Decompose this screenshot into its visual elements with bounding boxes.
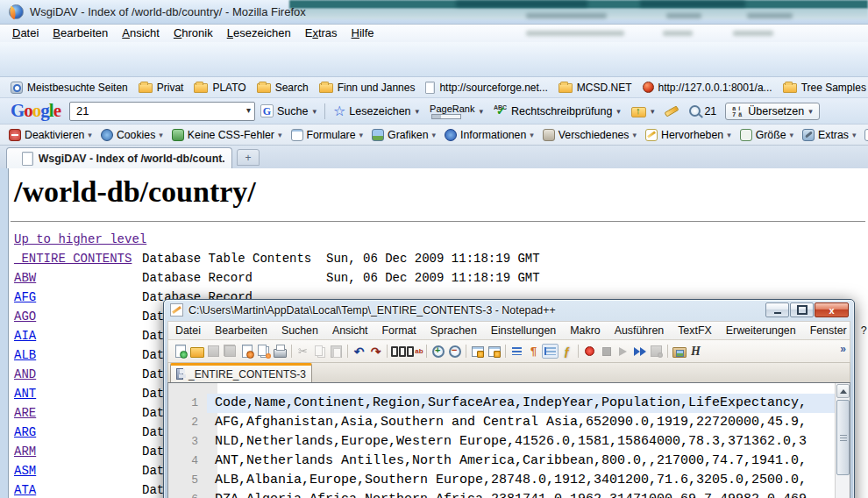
- notepad-menu-item[interactable]: Makro: [563, 322, 607, 340]
- toolbar-icon[interactable]: [525, 344, 542, 359]
- notepad-titlebar[interactable]: C:\Users\Martin\AppData\Local\Temp\_ENTI…: [164, 300, 854, 321]
- editor-area[interactable]: 1Code,Name,Continent,Region,SurfaceArea,…: [167, 382, 850, 498]
- toolbar-icon[interactable]: [581, 344, 598, 359]
- google-search-button[interactable]: G Suche ▾: [255, 104, 322, 117]
- webdev-menu-item[interactable]: Cookies▾: [96, 129, 167, 141]
- menu-item[interactable]: Chronik: [167, 25, 220, 42]
- toolbar-icon[interactable]: [505, 345, 506, 358]
- webdev-menu-item[interactable]: Keine CSS-Fehler▾: [167, 129, 287, 141]
- bookmark-item[interactable]: PLATO: [189, 82, 251, 94]
- tab-wsgidav[interactable]: WsgiDAV - Index of /world-db/count...: [6, 147, 232, 168]
- scrollbar-thumb[interactable]: [836, 400, 850, 475]
- toolbar-icon[interactable]: [387, 345, 388, 358]
- notepad-menu-item[interactable]: Bearbeiten: [208, 322, 274, 340]
- toolbar-icon[interactable]: [367, 344, 384, 359]
- toolbar-icon[interactable]: [667, 345, 668, 358]
- entry-link[interactable]: _ENTIRE_CONTENTS: [14, 249, 142, 268]
- toolbar-icon[interactable]: [255, 344, 272, 359]
- entry-link[interactable]: AND: [14, 365, 142, 384]
- webdev-menu-item[interactable]: Informationen▾: [440, 129, 538, 141]
- notepad-menu-item[interactable]: Datei: [168, 322, 208, 340]
- webdev-menu-item[interactable]: Deaktivieren▾: [4, 129, 96, 141]
- entry-link[interactable]: ATA: [14, 480, 142, 498]
- webdev-menu-item[interactable]: Grafiken▾: [367, 129, 440, 141]
- entry-link[interactable]: AGO: [14, 307, 142, 326]
- entry-link[interactable]: ANT: [14, 384, 142, 403]
- notepad-menu-item[interactable]: Erweiterungen: [719, 322, 803, 340]
- menu-item[interactable]: Hilfe: [345, 25, 381, 42]
- toolbar-icon[interactable]: [172, 344, 189, 359]
- entry-link[interactable]: AIA: [14, 326, 142, 345]
- notepad-menu-item[interactable]: Sprachen: [423, 322, 484, 340]
- webdev-menu-item[interactable]: Größe▾: [736, 129, 798, 141]
- bookmark-item[interactable]: MCSD.NET: [553, 82, 637, 94]
- toolbar-icon[interactable]: [509, 344, 525, 359]
- pagerank-button[interactable]: PageRank ▾: [424, 103, 488, 119]
- entry-link[interactable]: ALB: [14, 345, 142, 365]
- spellcheck-button[interactable]: ABC Rechtschreibprüfung ▾: [488, 104, 626, 117]
- webdev-menu-item[interactable]: Verschiedenes▾: [538, 129, 641, 141]
- toolbar-icon[interactable]: [486, 344, 502, 359]
- caret-icon[interactable]: ▾: [312, 107, 317, 116]
- webdev-menu-item[interactable]: Extras▾: [798, 129, 860, 141]
- caret-icon[interactable]: ▾: [416, 107, 420, 116]
- toolbar-icon[interactable]: [542, 344, 559, 359]
- caret-icon[interactable]: ▾: [479, 107, 483, 116]
- maximize-button[interactable]: [790, 302, 814, 317]
- toolbar-icon[interactable]: [466, 345, 466, 358]
- entry-link[interactable]: ARM: [14, 442, 142, 461]
- toolbar-icon[interactable]: [426, 345, 427, 358]
- bookmark-item[interactable]: http://sourceforge.net...: [420, 82, 552, 94]
- toolbar-icon[interactable]: [407, 344, 423, 359]
- toolbar-icon[interactable]: [390, 344, 407, 359]
- notepad-menu-item[interactable]: Ausführen: [608, 322, 671, 340]
- menu-item[interactable]: Ansicht: [115, 25, 167, 42]
- notepad-menu-item[interactable]: Suchen: [274, 322, 325, 340]
- scroll-up-arrow[interactable]: [836, 384, 850, 398]
- send-to-button[interactable]: ▾: [626, 105, 660, 117]
- entry-link[interactable]: ARE: [14, 403, 142, 423]
- toolbar-icon[interactable]: [648, 344, 665, 359]
- bookmark-item[interactable]: Meistbesuchte Seiten: [5, 82, 133, 94]
- search-dropdown-caret[interactable]: ▾: [246, 105, 251, 115]
- toolbar-icon[interactable]: [238, 344, 255, 359]
- new-tab-button[interactable]: +: [237, 149, 260, 166]
- notepad-menu-item[interactable]: Einstellungen: [484, 322, 563, 340]
- notepad-menu-item[interactable]: Format: [375, 322, 423, 340]
- toolbar-icon[interactable]: [469, 344, 486, 359]
- bookmark-item[interactable]: Privat: [133, 82, 189, 94]
- menu-item[interactable]: Datei: [5, 25, 46, 42]
- toolbar-icon[interactable]: [351, 344, 367, 359]
- bookmark-item[interactable]: Tree Samples: [778, 82, 868, 94]
- entry-link[interactable]: ASM: [14, 461, 142, 480]
- toolbar-icon[interactable]: [272, 344, 288, 359]
- bookmark-item[interactable]: Finn und Jannes: [314, 82, 421, 94]
- webdev-menu-item[interactable]: Quellte▾: [860, 129, 868, 141]
- notepad-menu-item[interactable]: Ansicht: [325, 322, 375, 340]
- highlighter-button[interactable]: [659, 109, 684, 114]
- google-bookmarks-button[interactable]: ☆ Lesezeichen ▾: [328, 105, 424, 117]
- toolbar-icon[interactable]: [328, 344, 345, 359]
- toolbar-icon[interactable]: [559, 344, 575, 359]
- close-button[interactable]: x: [815, 302, 849, 317]
- toolbar-icon[interactable]: [222, 344, 238, 359]
- toolbar-icon[interactable]: [578, 345, 579, 358]
- toolbar-icon[interactable]: [687, 344, 704, 359]
- menu-item[interactable]: Extras: [298, 25, 345, 42]
- bookmark-item[interactable]: http://127.0.0.1:8001/a...: [637, 82, 778, 94]
- bookmark-item[interactable]: Search: [252, 82, 314, 94]
- menu-item[interactable]: Lesezeichen: [220, 25, 298, 42]
- entry-link[interactable]: ARG: [14, 423, 142, 442]
- caret-icon[interactable]: ▾: [651, 107, 655, 116]
- minimize-button[interactable]: [765, 302, 789, 317]
- toolbar-icon[interactable]: [446, 344, 463, 359]
- google-search-input[interactable]: [69, 102, 255, 121]
- notepad-menu-item[interactable]: TextFX: [671, 322, 719, 340]
- translate-button[interactable]: aí7ä Übersetzen ▾: [725, 103, 819, 120]
- webdev-menu-item[interactable]: Formulare▾: [287, 129, 368, 141]
- toolbar-icon[interactable]: [189, 344, 205, 359]
- find-count-button[interactable]: 21: [684, 105, 722, 117]
- vertical-scrollbar[interactable]: [835, 383, 850, 498]
- notepad-menu-item[interactable]: Fenster: [803, 322, 854, 340]
- up-to-higher-level-link[interactable]: Up to higher level: [14, 230, 146, 249]
